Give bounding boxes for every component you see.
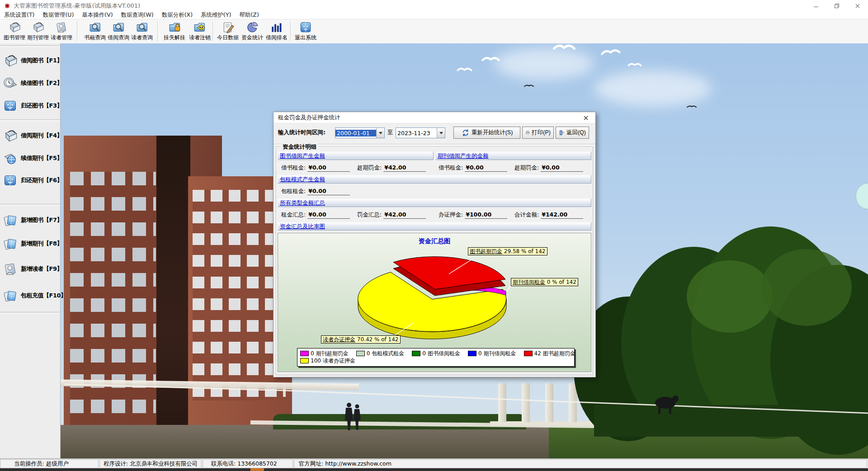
dialog-filter-row: 输入统计时间区间: 2000-01-01 至 2023-11-23 重新开始统计…	[274, 123, 595, 143]
sidebar: 借阅图书【F1】 续借图书【F2】 归还图书【F3】 借阅期刊【F4】 续借期刊…	[0, 43, 61, 459]
rental-mode-fields: 包租租金: ¥0.00	[278, 186, 591, 198]
menu-data-management[interactable]: 数据管理(U)	[38, 11, 78, 19]
statistics-dialog: 租金罚金及办证押金统计 × 输入统计时间区间: 2000-01-01 至 202…	[273, 112, 596, 377]
dialog-title: 租金罚金及办证押金统计	[278, 114, 340, 122]
status-bar: 当前操作员: 超级用户 程序设计: 北京鼎丰和业科技有限公司 联系电话: 133…	[0, 458, 868, 468]
sidebar-item-add-journal-f8[interactable]: 新增期刊【F8】	[3, 235, 59, 253]
return-icon	[3, 174, 18, 187]
menu-data-analysis[interactable]: 数据分析(X)	[158, 11, 197, 19]
menu-data-query[interactable]: 数据查询(W)	[117, 11, 158, 19]
exit-door-icon	[559, 128, 565, 137]
pages-icon	[3, 289, 18, 302]
legend-book-rent: 0图书借阅租金	[412, 350, 460, 358]
summary-header: 所有类型金额汇总	[278, 198, 591, 207]
sidebar-separator	[0, 45, 60, 47]
legend-swatch	[524, 351, 533, 356]
toolbar-reader-search[interactable]: 读者查询	[130, 20, 154, 42]
book-loan-amount-header: 图书借阅产生金额	[278, 151, 434, 160]
sidebar-item-return-book-f3[interactable]: 归还图书【F3】	[3, 97, 59, 115]
pages-icon	[3, 213, 18, 227]
close-button[interactable]	[847, 0, 868, 11]
legend-journal-fine: 0期刊超期罚金	[300, 350, 349, 358]
restart-statistics-button[interactable]: 重新开始统计(S)	[453, 127, 520, 139]
back-button[interactable]: 返回(Q)	[556, 127, 589, 139]
callout-journal-rent: 期刊借阅租金 0 % of 142	[511, 278, 578, 286]
sidebar-item-renew-book-f2[interactable]: 续借图书【F2】	[3, 74, 59, 92]
sidebar-item-borrow-journal-f4[interactable]: 借阅期刊【F4】	[3, 127, 59, 145]
sidebar-item-borrow-book-f1[interactable]: 借阅图书【F1】	[3, 52, 59, 70]
start-date-select[interactable]: 2000-01-01	[335, 127, 385, 138]
bar-chart-icon	[270, 21, 283, 33]
app-logo-icon	[4, 2, 11, 9]
trees	[574, 226, 868, 455]
bottom-strip	[0, 468, 868, 471]
toolbar-exit-system[interactable]: 退出系统	[294, 20, 317, 42]
toolbar-fund-statistics[interactable]: 资金统计	[241, 20, 264, 42]
toolbar-loan-search[interactable]: 借阅查询	[107, 20, 130, 42]
toolbar-today-data[interactable]: 今日数据	[216, 20, 240, 42]
toolbar-loss-report[interactable]: 挂失解挂	[163, 20, 186, 42]
sidebar-item-rental-recharge-f10[interactable]: 包租充值【F10】	[3, 287, 59, 305]
dialog-close-icon[interactable]: ×	[579, 112, 593, 123]
toolbar-reader-management[interactable]: 读者管理	[50, 20, 73, 42]
journal-fine-value: ¥0.00	[541, 164, 583, 172]
minimize-button[interactable]	[806, 0, 826, 11]
fine-total-value: ¥42.00	[383, 211, 426, 219]
toolbar-loan-ranking[interactable]: 借阅排名	[265, 20, 288, 42]
legend-journal-rent: 0期刊借阅租金	[468, 350, 516, 358]
toolbar-journal-management[interactable]: 期刊管理	[26, 20, 50, 42]
sidebar-separator	[0, 119, 60, 121]
toolbar: 图书管理 期刊管理 读者管理 书籍查询 借阅查询 读者查询 挂失解挂 读者注销 …	[0, 19, 868, 44]
callout-book-fine: 图书超期罚金 29.58 % of 142	[468, 247, 547, 255]
journal-loan-amount-header: 期刊借阅产生的金额	[435, 151, 591, 160]
sidebar-item-add-book-f7[interactable]: 新增图书【F7】	[3, 211, 59, 229]
folder-search-icon	[135, 21, 149, 33]
end-date-select[interactable]: 2023-11-23	[396, 127, 445, 138]
legend-swatch	[412, 351, 420, 356]
application-window: 大管家图书馆管理系统-豪华版(试用版本VT.001) 系统设置(T) 数据管理(…	[0, 0, 868, 471]
summary-fields: 租金汇总: ¥0.00 罚金汇总: ¥42.00 办证押金: ¥100.00 合…	[278, 209, 591, 221]
fund-summary-chart: 资金汇总图	[278, 233, 591, 372]
toolbar-reader-cancel[interactable]: 读者注销	[188, 20, 212, 42]
start-date-value: 2000-01-01	[335, 130, 376, 137]
sidebar-item-add-reader-f9[interactable]: 新增读者【F9】	[3, 260, 59, 278]
chart-legend: 0期刊超期罚金 0包租模式租金 0图书借阅租金 0期刊借阅租金 42图书超期罚金…	[297, 348, 575, 367]
menu-system-settings[interactable]: 系统设置(T)	[0, 11, 38, 19]
grand-total-label: 合计金额:	[514, 211, 539, 218]
chevron-down-icon[interactable]	[376, 128, 384, 138]
pages-icon	[3, 237, 18, 250]
birds	[458, 46, 696, 107]
readers-icon	[55, 21, 68, 33]
print-button[interactable]: 打印(P)	[522, 127, 554, 139]
group-title: 资金统计明细	[281, 143, 318, 151]
legend-reader-deposit: 100读者办证押金	[300, 357, 355, 365]
person-page-icon	[3, 262, 18, 276]
to-label: 至	[387, 129, 393, 137]
menu-help[interactable]: 帮助(Z)	[235, 11, 263, 19]
menu-bar: 系统设置(T) 数据管理(U) 基本操作(V) 数据查询(W) 数据分析(X) …	[0, 11, 868, 19]
journal-fine-label: 超期罚金:	[514, 164, 539, 171]
printer-icon	[525, 128, 530, 137]
fine-total-label: 罚金汇总:	[357, 211, 382, 218]
rental-mode-header: 包租模式产生金额	[278, 175, 591, 184]
chart-section-header: 资金汇总及比率图	[278, 222, 591, 231]
window-title: 大管家图书馆管理系统-豪华版(试用版本VT.001)	[14, 2, 140, 10]
chevron-down-icon[interactable]	[437, 128, 445, 138]
rent-total-value: ¥0.00	[307, 211, 350, 219]
status-phone: 联系电话: 13366085702	[203, 459, 293, 468]
toolbar-book-management[interactable]: 图书管理	[3, 20, 26, 42]
menu-basic-operations[interactable]: 基本操作(V)	[78, 11, 117, 19]
book-fine-label: 超期罚金:	[357, 164, 382, 171]
pedestrians	[345, 403, 361, 430]
sidebar-item-return-journal-f6[interactable]: 归还期刊【F6】	[3, 171, 59, 189]
restore-button[interactable]	[826, 0, 847, 11]
exit-icon	[299, 21, 312, 33]
date-range-label: 输入统计时间区间:	[278, 129, 326, 137]
journal-icon	[31, 21, 45, 33]
globe-book-icon	[3, 151, 18, 165]
menu-system-maintenance[interactable]: 系统维护(Y)	[197, 11, 235, 19]
legend-swatch	[468, 351, 476, 356]
loan-amount-fields: 借书租金: ¥0.00 超期罚金: ¥42.00 借书租金: ¥0.00 超期罚…	[278, 162, 591, 174]
sidebar-item-renew-journal-f5[interactable]: 续借期刊【F5】	[3, 149, 59, 167]
toolbar-book-search[interactable]: 书籍查询	[83, 20, 107, 42]
